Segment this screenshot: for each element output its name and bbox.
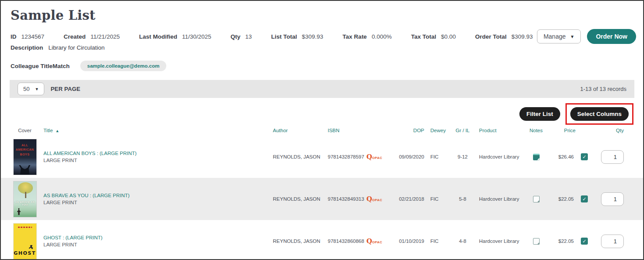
isbn-cell: 9781432860868 QOPAC — [328, 237, 394, 245]
dop-cell: 02/21/2018 — [394, 196, 424, 202]
field-label: List Total — [271, 33, 297, 40]
column-header-title-label: Title — [43, 128, 53, 133]
per-page-label: PER PAGE — [50, 86, 80, 92]
gril-cell: 5-8 — [451, 196, 475, 202]
table-row: GHOST GHOST : (LARGE PRINT) LARGE PRINT … — [1, 220, 643, 260]
column-header-dewey[interactable]: Dewey — [424, 128, 451, 133]
dop-cell: 09/09/2020 — [394, 154, 424, 159]
note-filled-icon[interactable] — [533, 154, 540, 160]
summary-field-id: ID 1234567 — [11, 33, 44, 40]
dewey-cell: FIC — [424, 196, 451, 202]
title-link[interactable]: ALL AMERICAN BOYS : (LARGE PRINT) — [43, 151, 273, 156]
qty-cell — [593, 235, 624, 248]
field-label: Order Total — [475, 33, 507, 40]
qty-input[interactable] — [601, 235, 624, 248]
checkbox-cell: ✓ — [576, 153, 593, 160]
book-cover-image[interactable]: ALL AMERICAN BOYS — [14, 139, 36, 175]
isbn-value: 9781432860868 — [328, 238, 364, 244]
cover-cell: AS BRAVE AS YOU — [6, 181, 43, 217]
column-header-author[interactable]: Author — [273, 128, 328, 133]
field-label: Created — [64, 33, 86, 40]
title-cell: AS BRAVE AS YOU : (LARGE PRINT) LARGE PR… — [43, 193, 273, 205]
colleague-email-badge[interactable]: sample.colleague@demo.com — [80, 61, 167, 71]
title-subtitle: LARGE PRINT — [43, 158, 273, 163]
summary-field-last-modified: Last Modified 11/30/2025 — [139, 33, 211, 40]
note-outline-icon[interactable] — [533, 238, 540, 245]
column-header-isbn[interactable]: ISBN — [328, 128, 394, 133]
dewey-cell: FIC — [424, 154, 451, 159]
product-cell: Hardcover Library — [475, 154, 525, 159]
column-header-price[interactable]: Price — [547, 128, 576, 133]
row-checkbox[interactable]: ✓ — [581, 153, 588, 160]
select-columns-button[interactable]: Select Columns — [570, 107, 629, 121]
field-value: $309.93 — [512, 33, 533, 40]
opac-link-icon[interactable]: QOPAC — [366, 237, 382, 245]
title-subtitle: LARGE PRINT — [43, 200, 273, 205]
opac-link-icon[interactable]: QOPAC — [366, 195, 382, 203]
colleague-titlematch-label: Colleague TitleMatch — [11, 63, 70, 69]
isbn-value: 9781432849313 — [328, 196, 364, 202]
column-header-title[interactable]: Title▲ — [43, 128, 273, 133]
row-checkbox[interactable]: ✓ — [581, 195, 588, 202]
qty-input[interactable] — [601, 150, 624, 164]
filter-list-button[interactable]: Filter List — [519, 107, 560, 121]
qty-cell — [593, 150, 624, 164]
cover-figure-art — [18, 165, 32, 175]
opac-text: OPAC — [372, 156, 382, 160]
field-label: Last Modified — [139, 33, 177, 40]
field-value: 1234567 — [21, 33, 45, 40]
per-page-value: 50 — [23, 86, 29, 92]
per-page-select[interactable]: 50 ▼ — [18, 83, 44, 95]
author-cell: REYNOLDS, JASON — [273, 196, 328, 202]
field-value: 0.000% — [372, 33, 392, 40]
column-header-qty[interactable]: Qty — [593, 128, 624, 133]
cover-title-text: AS BRAVE AS YOU — [14, 201, 36, 206]
field-value: 11/21/2025 — [90, 33, 120, 40]
author-cell: REYNOLDS, JASON — [273, 238, 328, 244]
opac-q: Q — [366, 153, 372, 161]
checkbox-cell: ✓ — [576, 238, 593, 245]
field-value: 11/30/2025 — [182, 33, 211, 40]
title-subtitle: LARGE PRINT — [43, 242, 273, 247]
isbn-cell: 9781432878597 QOPAC — [328, 153, 394, 161]
row-checkbox[interactable]: ✓ — [581, 238, 588, 245]
order-now-button[interactable]: Order Now — [587, 29, 636, 44]
price-cell: $26.46 — [547, 154, 576, 159]
column-header-cover: Cover — [6, 128, 43, 133]
note-outline-icon[interactable] — [533, 196, 540, 202]
cover-accent-art — [18, 227, 32, 228]
gril-cell: 9-12 — [451, 154, 475, 159]
title-cell: GHOST : (LARGE PRINT) LARGE PRINT — [43, 235, 273, 247]
title-link[interactable]: AS BRAVE AS YOU : (LARGE PRINT) — [43, 193, 273, 198]
table-row: ALL AMERICAN BOYS ALL AMERICAN BOYS : (L… — [1, 136, 643, 178]
title-cell: ALL AMERICAN BOYS : (LARGE PRINT) LARGE … — [43, 151, 273, 163]
records-count: 1-13 of 13 records — [580, 86, 626, 92]
book-cover-image[interactable]: AS BRAVE AS YOU — [14, 181, 36, 217]
title-link[interactable]: GHOST : (LARGE PRINT) — [43, 235, 273, 240]
notes-cell — [525, 154, 547, 160]
dop-cell: 01/10/2019 — [394, 238, 424, 244]
chevron-down-icon: ▼ — [35, 87, 39, 91]
field-label: Qty — [231, 33, 241, 40]
qty-input[interactable] — [601, 192, 624, 206]
opac-q: Q — [366, 195, 372, 203]
qty-cell — [593, 192, 624, 206]
product-cell: Hardcover Library — [475, 196, 525, 202]
field-label: Tax Total — [411, 33, 436, 40]
book-cover-image[interactable]: GHOST — [14, 224, 36, 259]
gril-cell: 4-8 — [451, 238, 475, 244]
header-actions: Manage ▼ Order Now — [537, 29, 636, 44]
sort-asc-icon: ▲ — [55, 129, 59, 133]
chevron-down-icon: ▼ — [570, 34, 575, 39]
field-label: ID — [11, 33, 17, 40]
column-header-notes[interactable]: Notes — [525, 128, 547, 133]
column-header-product[interactable]: Product — [475, 128, 525, 133]
manage-button[interactable]: Manage ▼ — [537, 29, 581, 43]
column-header-dop[interactable]: DOP — [394, 128, 424, 133]
field-value: 13 — [245, 33, 252, 40]
cover-tree-trunk-art — [25, 192, 26, 198]
summary-field-tax-total: Tax Total $0.00 — [411, 33, 456, 40]
column-header-gril[interactable]: Gr / IL — [451, 128, 475, 133]
opac-q: Q — [366, 237, 372, 245]
opac-link-icon[interactable]: QOPAC — [366, 153, 382, 161]
